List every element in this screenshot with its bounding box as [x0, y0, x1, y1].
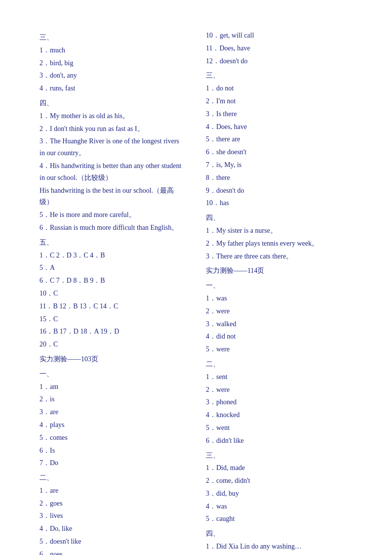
list-item: 4．was	[206, 501, 353, 512]
list-item: 6．didn't like	[206, 435, 353, 447]
list-item: 8．there	[206, 172, 353, 184]
section-header: 四、	[206, 528, 353, 540]
list-item: 20．C	[39, 339, 186, 350]
list-item: 2．bird, big	[39, 57, 186, 69]
list-item: 5．A	[39, 262, 186, 274]
list-item: 2．I don't think you run as fast as I。	[39, 123, 186, 135]
list-item: 1．Did Xia Lin do any washing…	[206, 541, 353, 553]
list-item: 5．He is more and more careful。	[39, 209, 186, 221]
section-header: 四、	[39, 97, 186, 109]
list-item: 5．doesn't like	[39, 536, 186, 548]
list-item: 4．Do, like	[39, 523, 186, 535]
section-header: 二、	[39, 472, 186, 484]
list-item: His handwriting is the best in our schoo…	[39, 185, 186, 209]
right-column: 10．get, will call11．Does, have12．doesn't…	[206, 30, 353, 555]
list-item: 4．knocked	[206, 409, 353, 421]
section-header: 二、	[206, 358, 353, 370]
section-header: 三、	[206, 450, 353, 462]
list-item: 3．walked	[206, 318, 353, 330]
list-item: 2．I'm not	[206, 95, 353, 107]
list-item: 11．Does, have	[206, 43, 353, 54]
section-header: 一、	[206, 280, 353, 292]
list-item: 3．lives	[39, 510, 186, 522]
list-item: 1．am	[39, 381, 186, 393]
list-item: 1．Did, made	[206, 462, 353, 474]
list-item: 4．His handwriting is better than any oth…	[39, 160, 186, 184]
section-header: 实力测验——114页	[206, 265, 353, 277]
list-item: 10．get, will call	[206, 30, 353, 42]
list-item: 6．goes	[39, 549, 186, 555]
list-item: 6．C 7．D 8．B 9．B	[39, 275, 186, 287]
list-item: 2．come, didn't	[206, 475, 353, 487]
list-item: 1．sent	[206, 371, 353, 383]
main-content: 三、1．much2．bird, big3．don't, any4．runs, f…	[39, 30, 353, 555]
list-item: 1．do not	[206, 83, 353, 94]
list-item: 5．comes	[39, 432, 186, 444]
list-item: 10．C	[39, 288, 186, 299]
list-item: 6．Russian is much more difficult than En…	[39, 222, 186, 234]
list-item: 1．are	[39, 485, 186, 497]
list-item: 5．caught	[206, 513, 353, 525]
list-item: 3．don't, any	[39, 70, 186, 82]
list-item: 6．she doesn't	[206, 146, 353, 158]
section-header: 三、	[206, 70, 353, 82]
list-item: 2．goes	[39, 498, 186, 510]
list-item: 4．did not	[206, 331, 353, 342]
section-header: 一、	[39, 368, 186, 380]
list-item: 2．My father plays tennis every week。	[206, 238, 353, 250]
list-item: 3．are	[39, 406, 186, 418]
list-item: 3．The Huanghe River is one of the longes…	[39, 135, 186, 159]
list-item: 3．did, buy	[206, 488, 353, 500]
list-item: 5．there are	[206, 133, 353, 145]
list-item: 11．B 12．B 13．C 14．C	[39, 300, 186, 312]
list-item: 2．were	[206, 384, 353, 396]
list-item: 6．Is	[39, 445, 186, 457]
section-header: 实力测验——103页	[39, 353, 186, 365]
list-item: 10．has	[206, 197, 353, 209]
list-item: 7．is, My, is	[206, 159, 353, 171]
section-header: 五、	[39, 237, 186, 249]
list-item: 5．were	[206, 343, 353, 355]
list-item: 2．were	[206, 305, 353, 317]
list-item: 4．runs, fast	[39, 83, 186, 94]
section-header: 三、	[39, 32, 186, 43]
list-item: 4．Does, have	[206, 121, 353, 133]
list-item: 2．is	[39, 393, 186, 405]
list-item: 12．doesn't do	[206, 55, 353, 67]
list-item: 1．My mother is as old as his。	[39, 110, 186, 122]
list-item: 3．Is there	[206, 108, 353, 120]
list-item: 7．Do	[39, 457, 186, 469]
section-header: 四、	[206, 212, 353, 224]
list-item: 15．C	[39, 313, 186, 325]
list-item: 1．My sister is a nurse。	[206, 225, 353, 237]
list-item: 4．plays	[39, 419, 186, 431]
list-item: 1．C 2．D 3．C 4．B	[39, 250, 186, 261]
list-item: 1．was	[206, 293, 353, 304]
list-item: 9．doesn't do	[206, 185, 353, 197]
list-item: 5．went	[206, 422, 353, 434]
list-item: 3．There are three cats there。	[206, 251, 353, 262]
list-item: 3．phoned	[206, 396, 353, 408]
list-item: 1．much	[39, 44, 186, 56]
list-item: 16．B 17．D 18．A 19．D	[39, 326, 186, 338]
left-column: 三、1．much2．bird, big3．don't, any4．runs, f…	[39, 30, 186, 555]
